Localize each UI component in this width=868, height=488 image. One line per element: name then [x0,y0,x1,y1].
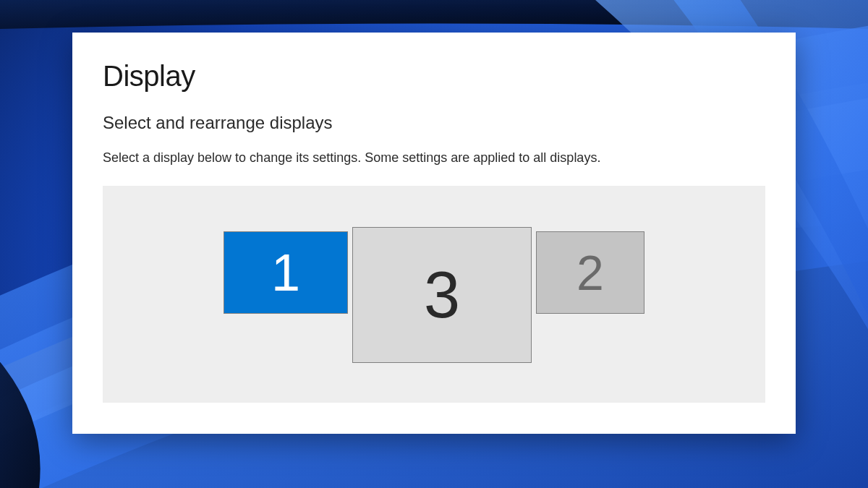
displays-row: 1 3 2 [224,231,644,363]
page-title: Display [103,60,765,93]
display-number: 3 [424,258,460,333]
display-number: 2 [576,244,604,301]
display-arrangement-area[interactable]: 1 3 2 [103,186,765,403]
display-settings-window: Display Select and rearrange displays Se… [72,33,796,434]
section-description: Select a display below to change its set… [103,150,765,166]
display-tile-1[interactable]: 1 [224,231,348,314]
display-number: 1 [271,243,300,302]
section-header: Select and rearrange displays [103,113,765,133]
display-tile-2[interactable]: 2 [536,231,644,314]
display-tile-3[interactable]: 3 [352,227,532,363]
